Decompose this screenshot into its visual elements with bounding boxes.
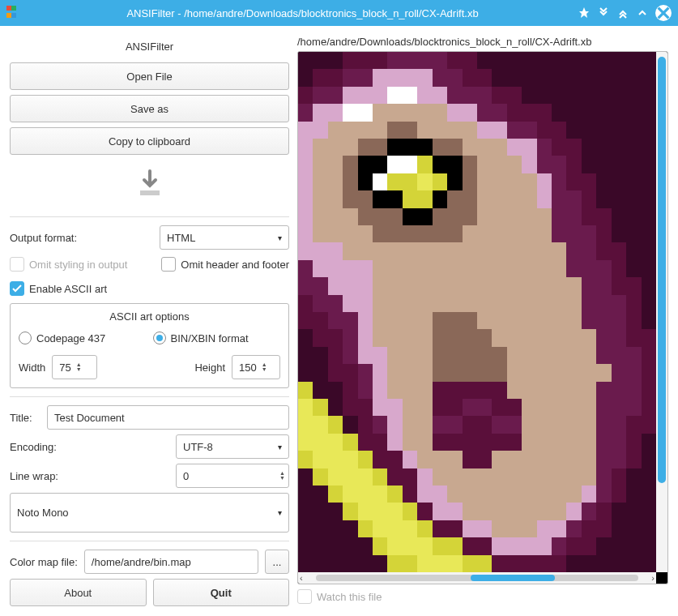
preview-image bbox=[298, 52, 656, 572]
copy-clipboard-button[interactable]: Copy to clipboard bbox=[10, 127, 289, 155]
chevron-right-icon[interactable]: › bbox=[650, 573, 656, 583]
colormap-label: Color map file: bbox=[10, 556, 78, 568]
title-input[interactable] bbox=[47, 405, 289, 430]
about-button[interactable]: About bbox=[10, 579, 147, 606]
encoding-label: Encoding: bbox=[10, 441, 57, 453]
colormap-input[interactable] bbox=[84, 550, 258, 574]
scrollbar-horizontal[interactable]: ‹ › bbox=[298, 572, 656, 584]
output-format-select[interactable]: HTML▾ bbox=[160, 225, 289, 250]
arrow-up-icon[interactable] bbox=[616, 6, 629, 19]
omit-header-checkbox[interactable] bbox=[161, 257, 176, 272]
watch-file-label: Watch this file bbox=[317, 591, 382, 603]
font-select[interactable]: Noto Mono▾ bbox=[10, 493, 289, 533]
titlebar: ANSIFilter - /home/andre/Downloads/block… bbox=[0, 0, 678, 26]
height-spinner[interactable]: 150 ▲▼ bbox=[232, 355, 280, 379]
close-button[interactable] bbox=[655, 5, 672, 21]
watch-file-checkbox bbox=[297, 589, 312, 604]
ascii-options-title: ASCII art options bbox=[19, 310, 280, 323]
app-icon bbox=[6, 6, 21, 20]
enable-ascii-label: Enable ASCII art bbox=[29, 283, 107, 295]
browse-button[interactable]: ... bbox=[265, 550, 289, 574]
ascii-options-group: ASCII art options Codepage 437 BIN/XBIN … bbox=[10, 303, 289, 388]
output-format-label: Output format: bbox=[10, 232, 77, 244]
omit-styling-label: Omit styling in output bbox=[29, 259, 127, 271]
maximize-icon[interactable] bbox=[636, 6, 649, 19]
height-label: Height bbox=[194, 361, 225, 374]
enable-ascii-checkbox[interactable] bbox=[10, 281, 24, 296]
preview-path: /home/andre/Downloads/blocktronics_block… bbox=[297, 36, 668, 51]
title-label: Title: bbox=[10, 412, 41, 424]
scrollbar-vertical[interactable] bbox=[656, 52, 667, 572]
panel-title: ANSIFilter bbox=[10, 36, 289, 58]
open-file-button[interactable]: Open File bbox=[10, 62, 289, 90]
encoding-select[interactable]: UTF-8▾ bbox=[176, 434, 289, 459]
linewrap-label: Line wrap: bbox=[10, 470, 58, 482]
download-icon bbox=[10, 160, 289, 208]
chevron-left-icon[interactable]: ‹ bbox=[298, 573, 305, 583]
bin-xbin-label: BIN/XBIN format bbox=[171, 332, 249, 344]
omit-styling-checkbox bbox=[10, 257, 24, 272]
left-panel: ANSIFilter Open File Save as Copy to cli… bbox=[10, 36, 289, 606]
width-spinner[interactable]: 75 ▲▼ bbox=[52, 355, 97, 379]
window-title: ANSIFilter - /home/andre/Downloads/block… bbox=[28, 7, 578, 19]
codepage-437-label: Codepage 437 bbox=[36, 332, 105, 344]
codepage-437-radio[interactable] bbox=[19, 332, 32, 344]
linewrap-spinner[interactable]: 0 ▲▼ bbox=[176, 464, 289, 488]
right-panel: /home/andre/Downloads/blocktronics_block… bbox=[297, 36, 668, 606]
quit-button[interactable]: Quit bbox=[153, 579, 290, 606]
bin-xbin-radio[interactable] bbox=[153, 332, 166, 344]
omit-header-label: Omit header and footer bbox=[181, 259, 289, 271]
arrow-down-icon[interactable] bbox=[597, 6, 610, 19]
width-label: Width bbox=[19, 361, 45, 374]
save-as-button[interactable]: Save as bbox=[10, 95, 289, 122]
pin-icon[interactable] bbox=[578, 6, 591, 19]
preview-box: ‹ › bbox=[297, 51, 668, 584]
